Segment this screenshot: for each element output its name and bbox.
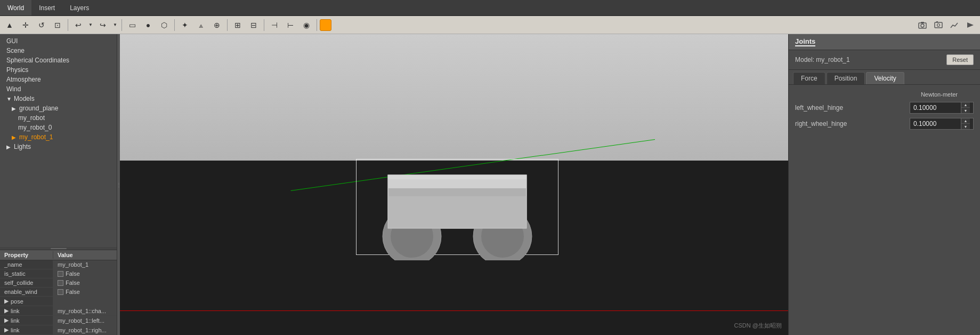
expand-link2-icon: ▶	[4, 317, 9, 324]
unit-label: Newton-meter	[921, 91, 958, 98]
checkbox-self-collide[interactable]	[58, 280, 63, 286]
watermark: CSDN @生如昭朔	[734, 322, 782, 330]
expand-icon: ▼	[6, 96, 12, 102]
joint-name-left: left_wheel_hinge	[795, 104, 905, 111]
snap-btn[interactable]: ◉	[299, 18, 314, 32]
joints-model-label: Model: my_robot_1	[795, 56, 850, 63]
joints-unit-header: Newton-meter	[795, 91, 974, 98]
sep6	[317, 19, 317, 31]
redo-dropdown-btn[interactable]: ▼	[111, 18, 119, 32]
cylinder-btn[interactable]: ⬡	[157, 18, 172, 32]
tree-item-gui[interactable]: GUI	[0, 36, 117, 46]
prop-row-link-3[interactable]: ▶ link my_robot_1::righ...	[0, 325, 117, 335]
directional-light-btn[interactable]: ⊕	[209, 18, 224, 32]
joint-spinner-up-right[interactable]: ▲	[961, 118, 970, 124]
joints-content: Newton-meter left_wheel_hinge ▲ ▼ right_…	[789, 85, 980, 335]
sphere-btn[interactable]: ●	[141, 18, 156, 32]
tree-label: Lights	[14, 143, 31, 150]
copy-btn[interactable]: ⊞	[230, 18, 245, 32]
tree-label: ground_plane	[19, 105, 58, 112]
joints-header: Joints	[789, 34, 980, 50]
robot-svg	[356, 154, 558, 260]
tree-item-my-robot[interactable]: my_robot	[0, 113, 117, 123]
checkbox-is-static[interactable]	[58, 271, 63, 277]
screenshot-btn[interactable]	[931, 18, 946, 32]
menu-tab-insert[interactable]: Insert	[31, 0, 62, 15]
joint-spinners-right: ▲ ▼	[961, 118, 970, 129]
tree-item-atmosphere[interactable]: Atmosphere	[0, 75, 117, 84]
prop-row-self-collide[interactable]: self_collide False	[0, 278, 117, 288]
tree-item-scene[interactable]: Scene	[0, 46, 117, 55]
sep1	[68, 19, 68, 31]
camera-btn[interactable]	[915, 18, 930, 32]
joint-input-left[interactable]	[910, 102, 961, 113]
joint-input-wrap-left: ▲ ▼	[910, 102, 974, 114]
sep5	[264, 19, 264, 31]
main-content: GUI Scene Spherical Coordinates Physics …	[0, 34, 980, 335]
active-tool-btn[interactable]	[320, 19, 331, 31]
prop-row-link-2[interactable]: ▶ link my_robot_1::left...	[0, 316, 117, 325]
prop-row-name[interactable]: _name my_robot_1	[0, 260, 117, 269]
viewport-canvas[interactable]: CSDN @生如昭朔	[120, 34, 788, 335]
translate-tool-btn[interactable]: ✛	[18, 18, 33, 32]
tree-item-my-robot-1[interactable]: ▶ my_robot_1	[0, 132, 117, 142]
menu-tab-world[interactable]: World	[0, 0, 31, 15]
svg-point-5	[937, 23, 940, 26]
tree-label: Spherical Coordinates	[6, 57, 69, 64]
axis-red	[120, 310, 788, 311]
joint-spinner-up-left[interactable]: ▲	[961, 102, 970, 108]
tree-item-ground-plane[interactable]: ▶ ground_plane	[0, 103, 117, 113]
joint-row-right: right_wheel_hinge ▲ ▼	[795, 118, 974, 130]
redo-btn[interactable]: ↪	[95, 18, 110, 32]
spot-light-btn[interactable]: ⟁	[193, 18, 208, 32]
undo-dropdown-btn[interactable]: ▼	[87, 18, 94, 32]
joints-tabs: Force Position Velocity	[789, 70, 980, 85]
tree-item-physics[interactable]: Physics	[0, 65, 117, 75]
tab-velocity[interactable]: Velocity	[866, 72, 904, 84]
box-btn[interactable]: ▭	[125, 18, 140, 32]
align-right-btn[interactable]: ⊢	[283, 18, 298, 32]
tree-label: Scene	[6, 47, 25, 54]
align-left-btn[interactable]: ⊣	[267, 18, 282, 32]
menubar: World Insert Layers	[0, 0, 980, 16]
svg-rect-15	[388, 175, 527, 179]
plot-btn[interactable]	[947, 18, 962, 32]
prop-row-is-static[interactable]: is_static False	[0, 269, 117, 278]
menu-tab-layers[interactable]: Layers	[62, 0, 96, 15]
tree-item-spherical[interactable]: Spherical Coordinates	[0, 55, 117, 65]
checkbox-enable-wind[interactable]	[58, 289, 63, 295]
joint-spinners-left: ▲ ▼	[961, 102, 970, 113]
joint-spinner-down-right[interactable]: ▼	[961, 124, 970, 129]
joint-name-right: right_wheel_hinge	[795, 120, 905, 127]
paste-btn[interactable]: ⊟	[246, 18, 261, 32]
expand-icon: ▶	[12, 134, 17, 140]
tab-position[interactable]: Position	[827, 72, 865, 84]
select-tool-btn[interactable]: ▲	[2, 18, 17, 32]
prop-header-value: Value	[53, 251, 117, 259]
prop-row-pose[interactable]: ▶ pose	[0, 297, 117, 306]
svg-rect-3	[935, 22, 942, 28]
prop-name-link3: link	[11, 327, 20, 333]
viewport[interactable]: CSDN @生如昭朔	[120, 34, 788, 335]
rotate-tool-btn[interactable]: ↺	[34, 18, 49, 32]
tree-view: GUI Scene Spherical Coordinates Physics …	[0, 34, 117, 247]
prop-table-header: Property Value	[0, 250, 117, 260]
point-light-btn[interactable]: ✦	[177, 18, 192, 32]
reset-button[interactable]: Reset	[946, 54, 974, 65]
tree-item-wind[interactable]: Wind	[0, 84, 117, 94]
prop-row-enable-wind[interactable]: enable_wind False	[0, 288, 117, 297]
joint-spinner-down-left[interactable]: ▼	[961, 108, 970, 113]
joint-input-right[interactable]	[910, 118, 961, 129]
tree-item-my-robot-0[interactable]: my_robot_0	[0, 123, 117, 132]
tab-force[interactable]: Force	[793, 72, 825, 84]
expand-pose-icon: ▶	[4, 298, 9, 305]
svg-point-1	[921, 24, 924, 27]
scale-tool-btn[interactable]: ⊡	[50, 18, 65, 32]
toolbar-right	[915, 18, 978, 32]
record-btn[interactable]	[963, 18, 978, 32]
joints-model-row: Model: my_robot_1 Reset	[789, 50, 980, 70]
undo-btn[interactable]: ↩	[71, 18, 86, 32]
prop-row-link-1[interactable]: ▶ link my_robot_1::cha...	[0, 306, 117, 316]
tree-item-models[interactable]: ▼ Models	[0, 94, 117, 103]
tree-item-lights[interactable]: ▶ Lights	[0, 142, 117, 151]
